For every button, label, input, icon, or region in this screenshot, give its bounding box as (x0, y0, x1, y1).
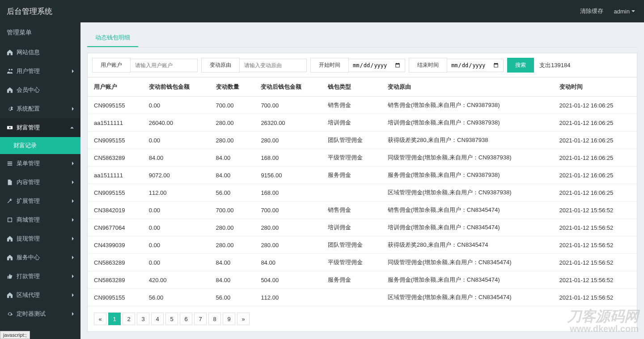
page-7[interactable]: 7 (194, 313, 207, 325)
table-cell: 培训佣金 (322, 219, 381, 236)
table-cell: 56.00 (143, 289, 210, 306)
table-cell: 2021-01-12 15:56:52 (553, 271, 637, 289)
sidebar-item-9[interactable]: 提现管理 (0, 229, 80, 248)
page-9[interactable]: 9 (223, 313, 235, 325)
sidebar-item-6[interactable]: 内容管理 (0, 173, 80, 192)
table-cell: 84.00 (210, 271, 255, 289)
sidebar-item-label: 菜单管理 (17, 159, 72, 167)
page-3[interactable]: 3 (137, 313, 149, 325)
clear-cache-link[interactable]: 清除缓存 (580, 7, 603, 15)
sidebar-item-5[interactable]: 菜单管理 (0, 154, 80, 173)
table-cell: 团队管理佣金 (322, 132, 381, 149)
table-cell: aa1511111 (88, 167, 143, 184)
table-cell: 0.00 (143, 254, 210, 271)
reason-input[interactable] (240, 59, 307, 72)
page-4[interactable]: 4 (151, 313, 164, 325)
square-icon (7, 217, 13, 223)
table-cell: 培训佣金(增加余额,来自用户：CN8345474) (381, 219, 553, 236)
sidebar-item-label: 商城管理 (17, 216, 72, 224)
chevron-icon (72, 312, 74, 316)
search-button[interactable]: 搜索 (507, 58, 534, 73)
table-cell: CN3842019 (88, 202, 143, 219)
table-cell: 700.00 (254, 97, 322, 114)
table-cell: CN9095155 (88, 97, 143, 114)
chevron-icon (70, 127, 74, 129)
page-8[interactable]: 8 (208, 313, 221, 325)
page-6[interactable]: 6 (180, 313, 192, 325)
account-input[interactable] (131, 59, 198, 72)
table-cell: 84.00 (210, 254, 255, 271)
chevron-icon (72, 237, 74, 240)
end-date-input[interactable] (447, 59, 504, 72)
table-cell: 0.00 (143, 97, 210, 114)
table-cell: 服务佣金(增加余额,来自用户：CN9387938) (381, 167, 553, 184)
table-cell: 销售佣金(增加余额,来自用户：CN9387938) (381, 97, 553, 114)
page-2[interactable]: 2 (123, 313, 135, 325)
table-cell: 2021-01-12 15:56:52 (553, 289, 637, 306)
table-cell (322, 184, 381, 202)
table-cell: 168.00 (254, 184, 322, 202)
user-name: admin (614, 8, 630, 15)
content-area: 动态钱包明细 用户账户 变动原由 开始时间 结束时间 搜索 支出139184 用… (80, 22, 644, 339)
sidebar-item-11[interactable]: 打款管理 (0, 267, 80, 286)
table-cell: 培训佣金(增加余额,来自用户：CN9387938) (381, 114, 553, 132)
table-row: CN909515556.0056.00112.00区域管理佣金(增加余额,来自用… (88, 289, 637, 306)
sidebar-item-label: 会员中心 (17, 86, 74, 94)
user-dropdown[interactable]: admin (614, 8, 635, 15)
sidebar-item-1[interactable]: 用户管理 (0, 62, 80, 81)
sidebar-item-7[interactable]: 扩展管理 (0, 192, 80, 210)
table-header: 变动数量 (210, 77, 255, 97)
table-row: CN38420190.00700.00700.00销售佣金销售佣金(增加余额,来… (88, 202, 637, 219)
tab-wallet-detail[interactable]: 动态钱包明细 (87, 29, 138, 47)
table-cell: 9072.00 (143, 167, 210, 184)
page-1[interactable]: 1 (108, 313, 121, 325)
chevron-icon (72, 107, 74, 111)
table-cell: 同级管理佣金(增加余额,来自用户：CN8345474) (381, 254, 553, 271)
header: 后台管理系统 清除缓存 admin (0, 0, 644, 22)
table-cell: 2021-01-12 16:06:25 (553, 184, 637, 202)
page-prev[interactable]: « (94, 313, 106, 325)
chevron-icon (72, 256, 74, 259)
table-cell: CN9095155 (88, 132, 143, 149)
sidebar-item-8[interactable]: 商城管理 (0, 210, 80, 229)
table-cell (322, 289, 381, 306)
sidebar-item-label: 网站信息 (17, 48, 74, 56)
sidebar-item-0[interactable]: 网站信息 (0, 43, 80, 62)
chevron-icon (72, 275, 74, 278)
list-icon (7, 160, 13, 167)
table-cell: 销售佣金 (322, 202, 381, 219)
table-cell: 700.00 (254, 202, 322, 219)
table-cell: 服务佣金 (322, 167, 381, 184)
sidebar-item-4[interactable]: 财富管理 (0, 118, 80, 137)
browser-status-bar: javascript:; (0, 331, 30, 339)
start-date-input[interactable] (349, 59, 405, 72)
chevron-icon (72, 69, 74, 73)
table-header: 变动前钱包金额 (143, 77, 210, 97)
table-cell: 26040.00 (143, 114, 210, 132)
table-cell: 280.00 (254, 219, 322, 236)
table-header: 用户账户 (88, 77, 143, 97)
page-next[interactable]: » (237, 313, 250, 325)
sidebar-sub-item[interactable]: 财富记录 (0, 137, 80, 154)
table-cell: 0.00 (143, 202, 210, 219)
sidebar-item-2[interactable]: 会员中心 (0, 81, 80, 99)
sidebar-item-label: 扩展管理 (17, 197, 72, 205)
home-icon (7, 292, 13, 298)
sidebar-item-3[interactable]: 系统配置 (0, 99, 80, 118)
sidebar-header: 管理菜单 (0, 22, 80, 43)
page-5[interactable]: 5 (165, 313, 178, 325)
sidebar-item-12[interactable]: 区域代理 (0, 286, 80, 305)
table-cell: CN4399039 (88, 236, 143, 254)
table-cell: 获得级差奖280,来自用户：CN9387938 (381, 132, 553, 149)
table-cell: 同级管理佣金(增加余额,来自用户：CN9387938) (381, 149, 553, 167)
table-cell: 112.00 (143, 184, 210, 202)
filter-row: 用户账户 变动原由 开始时间 结束时间 搜索 支出139184 (88, 53, 637, 77)
start-date-label: 开始时间 (310, 58, 349, 73)
thumb-icon (7, 273, 13, 279)
table-row: CN90951550.00280.00280.00团队管理佣金获得级差奖280,… (88, 132, 637, 149)
table-cell: 280.00 (254, 132, 322, 149)
table-cell: CN9677064 (88, 219, 143, 236)
table-cell: 2021-01-12 16:06:25 (553, 167, 637, 184)
sidebar-item-10[interactable]: 服务中心 (0, 248, 80, 267)
sidebar-item-13[interactable]: 定时器测试 (0, 305, 80, 323)
